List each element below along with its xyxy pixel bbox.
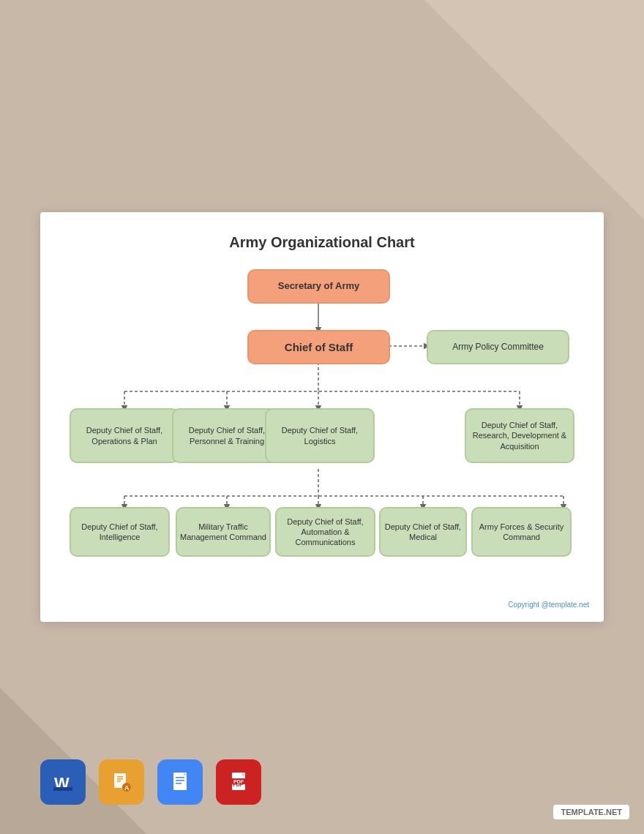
svg-text:PDF: PDF	[233, 779, 244, 784]
svg-rect-20	[117, 776, 123, 778]
node-army-forces: Army Forces & Security Command	[471, 507, 572, 557]
node-deputy-ops: Deputy Chief of Staff, Operations & Plan	[70, 408, 179, 463]
main-card: Army Organizational Chart	[40, 212, 604, 622]
node-deputy-research: Deputy Chief of Staff, Research, Develop…	[465, 408, 574, 463]
svg-rect-21	[117, 778, 123, 780]
node-deputy-intelligence: Deputy Chief of Staff, Intelligence	[70, 507, 170, 557]
chart-title: Army Organizational Chart	[59, 234, 585, 251]
bg-decoration-top	[424, 0, 644, 219]
app-icon-pages[interactable]: A	[99, 759, 144, 805]
app-icon-docs[interactable]	[157, 759, 203, 805]
watermark: TEMPLATE.NET	[553, 805, 629, 819]
node-chief: Chief of Staff	[247, 330, 390, 364]
app-icon-pdf[interactable]: PDF PDF	[216, 759, 261, 805]
card-copyright: Copyright @template.net	[508, 601, 589, 609]
node-policy: Army Policy Committee	[427, 330, 569, 364]
svg-rect-29	[176, 783, 181, 784]
node-secretary: Secretary of Army	[247, 269, 390, 304]
svg-rect-17	[53, 787, 72, 791]
app-icons-row: W A PDF	[40, 759, 261, 805]
org-chart: Secretary of Army Chief of Staff Army Po…	[59, 266, 585, 580]
node-deputy-medical: Deputy Chief of Staff, Medical	[379, 507, 467, 557]
node-deputy-logistics: Deputy Chief of Staff, Logistics	[265, 408, 375, 463]
svg-text:A: A	[124, 784, 130, 792]
app-icon-word[interactable]: W	[40, 759, 86, 805]
svg-rect-27	[176, 777, 184, 778]
node-military-traffic: Military Traffic Management Command	[176, 507, 271, 557]
svg-rect-22	[117, 781, 121, 782]
svg-rect-28	[176, 780, 184, 781]
node-deputy-automation: Deputy Chief of Staff, Automation & Comm…	[275, 507, 375, 557]
